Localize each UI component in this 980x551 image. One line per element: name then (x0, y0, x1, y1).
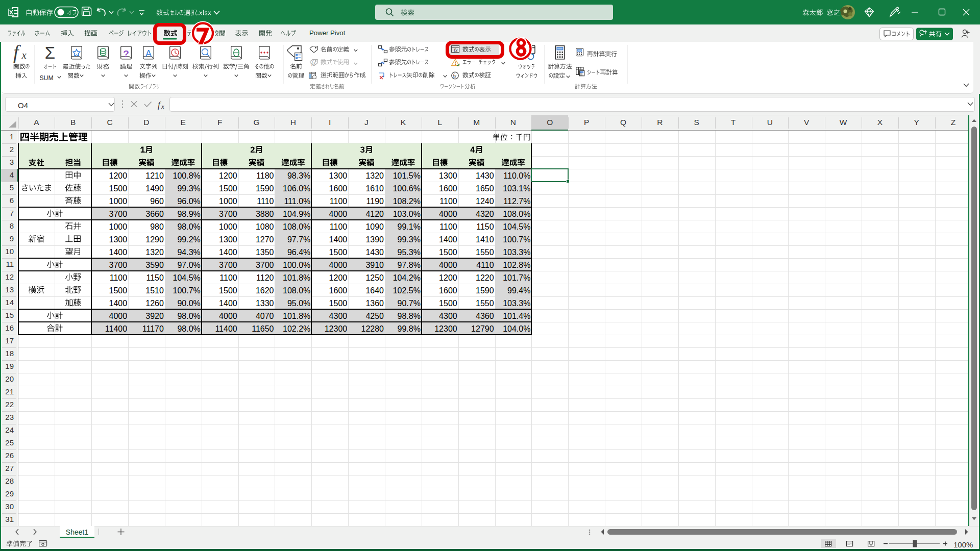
svg-text:x: x (21, 49, 27, 61)
svg-text:Σ: Σ (45, 43, 55, 62)
svg-text:f: f (13, 41, 21, 63)
svg-text:?: ? (123, 48, 129, 59)
svg-text:fx: fx (311, 59, 316, 66)
svg-text:x: x (161, 103, 164, 110)
svg-text:SUM: SUM (39, 74, 53, 82)
svg-text:fx: fx (453, 73, 457, 79)
svg-text:f: f (158, 100, 161, 110)
svg-text:A: A (145, 48, 152, 59)
